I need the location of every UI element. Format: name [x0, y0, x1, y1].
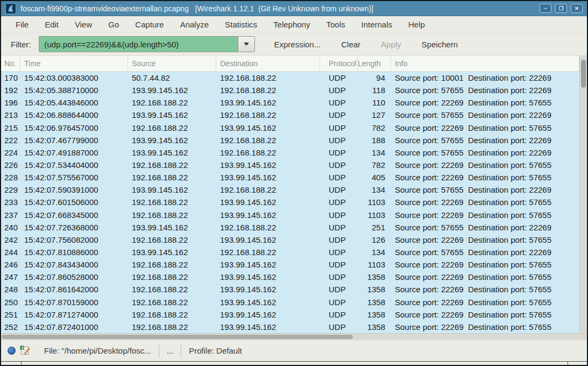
menu-help[interactable]: Help [400, 16, 433, 33]
menu-go[interactable]: Go [100, 16, 127, 33]
vertical-scrollbar[interactable] [579, 55, 587, 333]
table-row[interactable]: 19215:42:05.388710000193.99.145.162192.1… [1, 84, 579, 96]
table-row[interactable]: 24615:42:07.843434000192.168.188.22193.9… [1, 258, 579, 271]
title-bar[interactable]: foscam-fi9900p-streamvideoviaexternallan… [1, 1, 587, 16]
cell-no: 242 [1, 235, 20, 244]
expert-info-icon[interactable] [8, 347, 16, 355]
table-row[interactable]: 23315:42:07.601506000192.168.188.22193.9… [1, 196, 579, 208]
cell-length: 134 [358, 248, 391, 257]
cell-info: Source port: 22269 Destination port: 576… [391, 235, 579, 244]
cell-time: 15:42:03.000383000 [20, 73, 128, 82]
wireshark-window: foscam-fi9900p-streamvideoviaexternallan… [0, 0, 588, 366]
cell-length: 134 [358, 148, 391, 157]
column-header-no[interactable]: No. [1, 56, 20, 71]
table-row[interactable]: 25115:42:07.871274000192.168.188.22193.9… [1, 308, 579, 321]
capture-comment-icon[interactable] [20, 346, 30, 356]
window-controls: – ❐ ✕ [540, 4, 583, 13]
chevron-down-icon [244, 43, 249, 46]
menu-tools[interactable]: Tools [318, 16, 353, 33]
table-row[interactable]: 24015:42:07.726368000193.99.145.162192.1… [1, 221, 579, 234]
column-header-length[interactable]: Length [358, 56, 391, 71]
cell-time: 15:42:05.388710000 [20, 86, 128, 95]
menu-file[interactable]: File [8, 16, 37, 33]
filter-label: Filter: [11, 40, 31, 49]
table-row[interactable]: 24715:42:07.860528000192.168.188.22193.9… [1, 271, 579, 283]
cell-info: Source port: 22269 Destination port: 576… [391, 322, 579, 332]
clear-button[interactable]: Clear [334, 37, 368, 52]
table-row[interactable]: 25215:42:07.872401000192.168.188.22193.9… [1, 321, 579, 333]
table-row[interactable]: 25015:42:07.870159000192.168.188.22193.9… [1, 296, 579, 308]
cell-no: 246 [1, 260, 20, 269]
expression-button[interactable]: Expression... [267, 37, 329, 52]
window-resize-edge[interactable] [1, 361, 587, 365]
cell-protocol: UDP [320, 86, 358, 95]
minimize-button[interactable]: – [540, 4, 551, 13]
cell-info: Source port: 57655 Destination port: 222… [391, 86, 579, 95]
cell-time: 15:42:07.843434000 [20, 260, 128, 269]
cell-info: Source port: 57655 Destination port: 222… [391, 248, 579, 257]
menu-telephony[interactable]: Telephony [265, 16, 318, 33]
cell-destination: 193.99.145.162 [216, 298, 320, 307]
close-button[interactable]: ✕ [571, 4, 583, 13]
table-row[interactable]: 22615:42:07.534404000192.168.188.22193.9… [1, 159, 579, 171]
vertical-scrollbar-thumb[interactable] [581, 60, 586, 88]
table-row[interactable]: 24215:42:07.756082000192.168.188.22193.9… [1, 234, 579, 246]
cell-time: 15:42:07.590391000 [20, 185, 128, 194]
horizontal-scrollbar[interactable] [1, 333, 587, 340]
table-row[interactable]: 19615:42:05.443846000192.168.188.22193.9… [1, 96, 579, 109]
cell-length: 127 [358, 110, 391, 119]
column-header-destination[interactable]: Destination [216, 56, 320, 71]
filter-dropdown-button[interactable] [238, 36, 255, 52]
cell-time: 15:42:07.534404000 [20, 160, 128, 170]
table-row[interactable]: 21315:42:06.888644000193.99.145.162192.1… [1, 109, 579, 121]
cell-protocol: UDP [320, 73, 358, 82]
speichern-button[interactable]: Speichern [414, 37, 466, 52]
cell-no: 224 [1, 148, 20, 157]
cell-protocol: UDP [320, 235, 358, 244]
cell-info: Source port: 57655 Destination port: 222… [391, 223, 579, 232]
column-header-info[interactable]: Info [391, 56, 579, 71]
cell-no: 196 [1, 98, 20, 107]
menu-edit[interactable]: Edit [37, 16, 67, 33]
cell-destination: 192.168.188.22 [216, 185, 320, 194]
window-title: foscam-fi9900p-streamvideoviaexternallan… [20, 4, 535, 13]
table-row[interactable]: 23715:42:07.668345000192.168.188.22193.9… [1, 209, 579, 221]
cell-info: Source port: 22269 Destination port: 576… [391, 123, 579, 132]
cell-length: 1358 [358, 322, 391, 332]
cell-no: 250 [1, 298, 20, 307]
cell-length: 251 [358, 223, 391, 232]
column-header-source[interactable]: Source [128, 56, 216, 71]
cell-source: 50.7.44.82 [128, 73, 216, 82]
status-file-text: File: "/home/pi/Desktop/fosc... [44, 346, 151, 355]
table-row[interactable]: 22215:42:07.467799000193.99.145.162192.1… [1, 134, 579, 146]
cell-destination: 192.168.188.22 [216, 223, 320, 232]
maximize-button[interactable]: ❐ [555, 4, 567, 13]
table-row[interactable]: 22915:42:07.590391000193.99.145.162192.1… [1, 184, 579, 196]
menu-internals[interactable]: Internals [353, 16, 400, 33]
table-row[interactable]: 21515:42:06.976457000192.168.188.22193.9… [1, 122, 579, 134]
cell-source: 193.99.145.162 [128, 110, 216, 119]
table-row[interactable]: 22415:42:07.491887000193.99.145.162192.1… [1, 146, 579, 159]
cell-protocol: UDP [320, 298, 358, 307]
menu-capture[interactable]: Capture [127, 16, 172, 33]
menu-view[interactable]: View [67, 16, 100, 33]
cell-length: 1103 [358, 210, 391, 220]
table-row[interactable]: 24415:42:07.810886000193.99.145.162192.1… [1, 246, 579, 258]
cell-source: 193.99.145.162 [128, 136, 216, 145]
cell-source: 192.168.188.22 [128, 260, 216, 269]
apply-button[interactable]: Apply [373, 37, 409, 52]
column-header-protocol[interactable]: Protocol [320, 56, 358, 71]
horizontal-scrollbar-thumb[interactable] [2, 335, 353, 339]
table-row[interactable]: 22815:42:07.575567000192.168.188.22193.9… [1, 171, 579, 184]
cell-no: 222 [1, 136, 20, 145]
cell-source: 193.99.145.162 [128, 223, 216, 232]
cell-source: 193.99.145.162 [128, 148, 216, 157]
menu-analyze[interactable]: Analyze [172, 16, 217, 33]
menu-statistics[interactable]: Statistics [217, 16, 265, 33]
table-row[interactable]: 24815:42:07.861642000192.168.188.22193.9… [1, 283, 579, 295]
cell-time: 15:42:07.756082000 [20, 235, 128, 244]
cell-time: 15:42:06.976457000 [20, 123, 128, 132]
column-header-time[interactable]: Time [20, 56, 128, 71]
table-row[interactable]: 17015:42:03.00038300050.7.44.82192.168.1… [1, 72, 579, 84]
filter-input[interactable] [39, 36, 238, 52]
